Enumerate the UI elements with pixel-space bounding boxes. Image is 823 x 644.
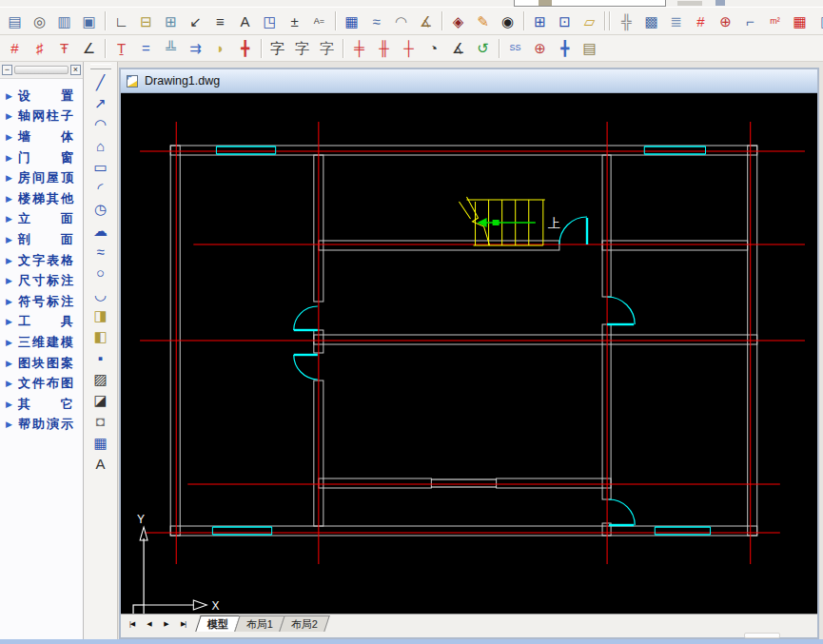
- palette-close-button[interactable]: ×: [70, 65, 81, 75]
- angle-tool-button[interactable]: ∡: [414, 10, 438, 33]
- polygon-tool-button[interactable]: ⌂: [88, 135, 113, 156]
- dense-table-button[interactable]: ▦: [340, 10, 363, 33]
- wall-tool-button[interactable]: ⌐: [738, 10, 762, 33]
- fillet-button[interactable]: ◗: [208, 36, 232, 60]
- sidebar-item-elevation[interactable]: ▶立 面: [0, 209, 83, 230]
- eye-button[interactable]: ◉: [496, 10, 519, 33]
- wall-elev-button[interactable]: Ṯ: [109, 36, 133, 60]
- cloud-tool-button[interactable]: ☁: [88, 220, 113, 241]
- point-tool-button[interactable]: ▪: [88, 347, 113, 368]
- elevation-mark-button[interactable]: ±: [283, 10, 306, 33]
- text-style-button[interactable]: 字: [290, 36, 314, 60]
- wave-button[interactable]: ≈: [364, 10, 388, 33]
- double-arrow-line-tool-button[interactable]: ↗: [88, 92, 113, 113]
- sidebar-item-settings[interactable]: ▶设 置: [0, 86, 83, 107]
- dim-point-button[interactable]: ┼: [397, 36, 421, 60]
- axis-cross-button[interactable]: ⊕: [714, 10, 737, 33]
- first-tab-button[interactable]: |◀: [124, 617, 140, 631]
- tile-windows-button[interactable]: ⊞: [528, 10, 552, 33]
- sidebar-item-stairs-other[interactable]: ▶楼梯其他: [0, 188, 83, 209]
- sidebar-item-other[interactable]: ▶其 它: [0, 394, 83, 415]
- edit-note-button[interactable]: ✎: [471, 10, 495, 33]
- axis-create-button[interactable]: #: [3, 36, 27, 60]
- dim-chain-button[interactable]: ╪: [347, 36, 371, 60]
- beam-button[interactable]: ⊟: [134, 10, 158, 33]
- sidebar-item-section[interactable]: ▶剖 面: [0, 229, 83, 250]
- spline-tool-button[interactable]: ≈: [88, 241, 113, 262]
- prev-tab-button[interactable]: ◀: [141, 617, 157, 631]
- dim-angle-button[interactable]: ∡: [446, 36, 470, 60]
- solid-hatch-tool-button[interactable]: ◪: [88, 389, 113, 410]
- sidebar-item-wall[interactable]: ▶墙 体: [0, 127, 83, 147]
- text-tool-button[interactable]: A: [88, 453, 113, 474]
- sidebar-item-tools[interactable]: ▶工 具: [0, 312, 83, 333]
- hatch-tool-button[interactable]: ▨: [88, 368, 113, 389]
- offset-button[interactable]: ⇉: [184, 36, 207, 60]
- frame-box-button[interactable]: ▣: [77, 10, 101, 33]
- paste-button[interactable]: ▤: [578, 36, 601, 60]
- preview-button[interactable]: ◈: [446, 10, 470, 33]
- horizontal-scrollbar[interactable]: [121, 632, 817, 637]
- ellipse-arc-tool-button[interactable]: ◡: [88, 283, 113, 304]
- word-dim-button[interactable]: A=: [307, 10, 331, 33]
- copy-base-tool-button[interactable]: ◧: [88, 326, 113, 347]
- rectangle-tool-button[interactable]: ▭: [88, 156, 113, 177]
- arc-tool-button[interactable]: ◜: [88, 177, 113, 198]
- table-tool-button[interactable]: ▦: [88, 432, 113, 453]
- ellipse-tool-button[interactable]: ○: [88, 263, 113, 283]
- dim-recall-button[interactable]: ↺: [471, 36, 495, 60]
- stretch-move-button[interactable]: ⊕: [528, 36, 552, 60]
- text-arrow-button[interactable]: A: [233, 10, 257, 33]
- axis-grid-button[interactable]: #: [689, 10, 713, 33]
- axis-angle-button[interactable]: ∠: [77, 36, 101, 60]
- arc-points-tool-button[interactable]: ◠: [88, 114, 113, 135]
- find-button[interactable]: SS: [503, 36, 527, 60]
- polyline-convert-button[interactable]: ∟: [109, 10, 133, 33]
- dim-two-button[interactable]: ╫: [372, 36, 396, 60]
- scrollbar-thumb[interactable]: [744, 633, 780, 638]
- sidebar-item-text-table[interactable]: ▶文字表格: [0, 250, 83, 271]
- next-tab-button[interactable]: ▶: [158, 617, 174, 631]
- copy-tool-button[interactable]: ◨: [88, 304, 113, 325]
- ruler-button[interactable]: ▱: [578, 10, 601, 33]
- sidebar-item-dimension[interactable]: ▶尺寸标注: [0, 270, 83, 291]
- area-table-button[interactable]: ▦: [788, 10, 812, 33]
- column-pair-button[interactable]: ▯: [813, 10, 823, 33]
- grid-plus-button[interactable]: ╬: [615, 10, 638, 33]
- sidebar-item-axis-grid-column[interactable]: ▶轴网柱子: [0, 107, 83, 127]
- circle-tool-button[interactable]: ◷: [88, 199, 113, 220]
- text-edit-button[interactable]: 字: [265, 36, 289, 60]
- drawing-title-bar[interactable]: Drawing1.dwg: [121, 69, 817, 93]
- axis-label-button[interactable]: ♯: [28, 36, 51, 60]
- double-line-button[interactable]: =: [134, 36, 158, 60]
- sidebar-item-help-demo[interactable]: ▶帮助演示: [0, 415, 83, 436]
- column-grid-button[interactable]: ▥: [52, 10, 76, 33]
- named-view-button[interactable]: ◎: [28, 10, 51, 33]
- palette-grip-handle[interactable]: [14, 66, 69, 74]
- text-block-button[interactable]: ≡: [208, 10, 232, 33]
- redraw-button[interactable]: ▤: [3, 10, 27, 33]
- sidebar-item-modeling-3d[interactable]: ▶三维建模: [0, 332, 83, 353]
- image-tool-button[interactable]: ◘: [88, 411, 113, 432]
- sidebar-item-symbol-annotate[interactable]: ▶符号标注: [0, 291, 83, 312]
- sidebar-item-file-layout[interactable]: ▶文件布图: [0, 373, 83, 394]
- sidebar-item-door-window[interactable]: ▶门 窗: [0, 147, 83, 168]
- sidebar-item-room-roof[interactable]: ▶房间屋顶: [0, 167, 83, 188]
- footing-button[interactable]: ⊞: [159, 10, 183, 33]
- axis-single-button[interactable]: Ŧ: [52, 36, 76, 60]
- palette-minimize-button[interactable]: −: [2, 65, 12, 75]
- layers-button[interactable]: ≣: [664, 10, 688, 33]
- line-tool-button[interactable]: ╱: [88, 71, 113, 92]
- block-cross-button[interactable]: ╋: [233, 36, 257, 60]
- sidebar-item-block-pattern[interactable]: ▶图块图案: [0, 353, 83, 374]
- arch-button[interactable]: ◠: [389, 10, 413, 33]
- layout-export-button[interactable]: ◳: [258, 10, 282, 33]
- box-point-button[interactable]: ⊡: [553, 10, 577, 33]
- tab-model[interactable]: 模型: [195, 615, 241, 632]
- wall-base-button[interactable]: ╩: [159, 36, 183, 60]
- sheet-edit-button[interactable]: ▩: [639, 10, 663, 33]
- toolbar-grip-handle[interactable]: [90, 64, 111, 69]
- area-m2-button[interactable]: m²: [763, 10, 787, 33]
- drawing-canvas[interactable]: 上YX: [121, 93, 817, 614]
- leader-button[interactable]: ↙: [184, 10, 207, 33]
